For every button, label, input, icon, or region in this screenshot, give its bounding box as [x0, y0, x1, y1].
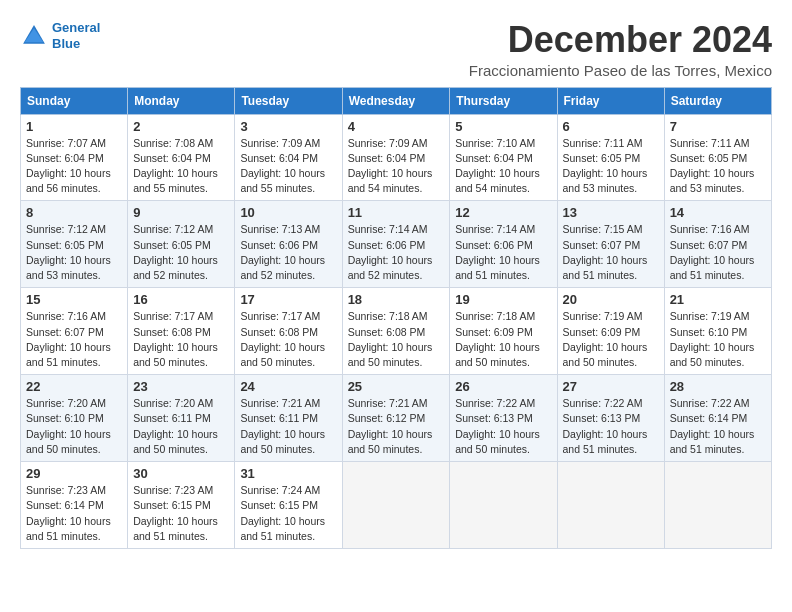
- day-number: 7: [670, 119, 766, 134]
- calendar-cell: 4Sunrise: 7:09 AMSunset: 6:04 PMDaylight…: [342, 114, 450, 201]
- day-number: 19: [455, 292, 551, 307]
- day-info: Sunrise: 7:08 AMSunset: 6:04 PMDaylight:…: [133, 136, 229, 197]
- col-saturday: Saturday: [664, 87, 771, 114]
- day-info: Sunrise: 7:22 AMSunset: 6:13 PMDaylight:…: [563, 396, 659, 457]
- day-number: 29: [26, 466, 122, 481]
- day-number: 28: [670, 379, 766, 394]
- calendar-cell: 7Sunrise: 7:11 AMSunset: 6:05 PMDaylight…: [664, 114, 771, 201]
- logo-text: General Blue: [52, 20, 100, 51]
- calendar-cell: [557, 462, 664, 549]
- calendar-cell: 13Sunrise: 7:15 AMSunset: 6:07 PMDayligh…: [557, 201, 664, 288]
- day-info: Sunrise: 7:18 AMSunset: 6:09 PMDaylight:…: [455, 309, 551, 370]
- day-info: Sunrise: 7:23 AMSunset: 6:15 PMDaylight:…: [133, 483, 229, 544]
- day-info: Sunrise: 7:22 AMSunset: 6:14 PMDaylight:…: [670, 396, 766, 457]
- day-info: Sunrise: 7:13 AMSunset: 6:06 PMDaylight:…: [240, 222, 336, 283]
- day-info: Sunrise: 7:18 AMSunset: 6:08 PMDaylight:…: [348, 309, 445, 370]
- calendar-cell: 6Sunrise: 7:11 AMSunset: 6:05 PMDaylight…: [557, 114, 664, 201]
- calendar-cell: 12Sunrise: 7:14 AMSunset: 6:06 PMDayligh…: [450, 201, 557, 288]
- day-info: Sunrise: 7:21 AMSunset: 6:11 PMDaylight:…: [240, 396, 336, 457]
- day-number: 11: [348, 205, 445, 220]
- day-number: 10: [240, 205, 336, 220]
- calendar-cell: 21Sunrise: 7:19 AMSunset: 6:10 PMDayligh…: [664, 288, 771, 375]
- calendar-cell: 9Sunrise: 7:12 AMSunset: 6:05 PMDaylight…: [128, 201, 235, 288]
- month-title: December 2024: [469, 20, 772, 60]
- calendar-cell: [664, 462, 771, 549]
- day-number: 4: [348, 119, 445, 134]
- day-info: Sunrise: 7:17 AMSunset: 6:08 PMDaylight:…: [240, 309, 336, 370]
- logo-icon: [20, 22, 48, 50]
- logo: General Blue: [20, 20, 100, 51]
- day-number: 6: [563, 119, 659, 134]
- day-info: Sunrise: 7:12 AMSunset: 6:05 PMDaylight:…: [133, 222, 229, 283]
- calendar-cell: 19Sunrise: 7:18 AMSunset: 6:09 PMDayligh…: [450, 288, 557, 375]
- calendar-cell: 29Sunrise: 7:23 AMSunset: 6:14 PMDayligh…: [21, 462, 128, 549]
- calendar-cell: 27Sunrise: 7:22 AMSunset: 6:13 PMDayligh…: [557, 375, 664, 462]
- day-info: Sunrise: 7:15 AMSunset: 6:07 PMDaylight:…: [563, 222, 659, 283]
- day-number: 24: [240, 379, 336, 394]
- day-number: 16: [133, 292, 229, 307]
- day-info: Sunrise: 7:09 AMSunset: 6:04 PMDaylight:…: [348, 136, 445, 197]
- day-number: 23: [133, 379, 229, 394]
- logo-line1: General: [52, 20, 100, 35]
- day-number: 3: [240, 119, 336, 134]
- day-number: 31: [240, 466, 336, 481]
- day-info: Sunrise: 7:20 AMSunset: 6:11 PMDaylight:…: [133, 396, 229, 457]
- calendar-cell: 17Sunrise: 7:17 AMSunset: 6:08 PMDayligh…: [235, 288, 342, 375]
- col-tuesday: Tuesday: [235, 87, 342, 114]
- day-number: 14: [670, 205, 766, 220]
- title-block: December 2024 Fraccionamiento Paseo de l…: [469, 20, 772, 79]
- calendar-cell: 22Sunrise: 7:20 AMSunset: 6:10 PMDayligh…: [21, 375, 128, 462]
- day-info: Sunrise: 7:12 AMSunset: 6:05 PMDaylight:…: [26, 222, 122, 283]
- day-info: Sunrise: 7:19 AMSunset: 6:09 PMDaylight:…: [563, 309, 659, 370]
- day-info: Sunrise: 7:11 AMSunset: 6:05 PMDaylight:…: [563, 136, 659, 197]
- day-info: Sunrise: 7:17 AMSunset: 6:08 PMDaylight:…: [133, 309, 229, 370]
- calendar-cell: 24Sunrise: 7:21 AMSunset: 6:11 PMDayligh…: [235, 375, 342, 462]
- day-info: Sunrise: 7:21 AMSunset: 6:12 PMDaylight:…: [348, 396, 445, 457]
- calendar-cell: 30Sunrise: 7:23 AMSunset: 6:15 PMDayligh…: [128, 462, 235, 549]
- day-info: Sunrise: 7:10 AMSunset: 6:04 PMDaylight:…: [455, 136, 551, 197]
- day-number: 13: [563, 205, 659, 220]
- header-row: Sunday Monday Tuesday Wednesday Thursday…: [21, 87, 772, 114]
- day-number: 12: [455, 205, 551, 220]
- calendar-cell: 14Sunrise: 7:16 AMSunset: 6:07 PMDayligh…: [664, 201, 771, 288]
- day-info: Sunrise: 7:14 AMSunset: 6:06 PMDaylight:…: [348, 222, 445, 283]
- day-info: Sunrise: 7:11 AMSunset: 6:05 PMDaylight:…: [670, 136, 766, 197]
- day-info: Sunrise: 7:07 AMSunset: 6:04 PMDaylight:…: [26, 136, 122, 197]
- calendar-cell: 28Sunrise: 7:22 AMSunset: 6:14 PMDayligh…: [664, 375, 771, 462]
- calendar-cell: 3Sunrise: 7:09 AMSunset: 6:04 PMDaylight…: [235, 114, 342, 201]
- calendar-cell: 15Sunrise: 7:16 AMSunset: 6:07 PMDayligh…: [21, 288, 128, 375]
- day-number: 30: [133, 466, 229, 481]
- day-number: 22: [26, 379, 122, 394]
- week-row-3: 15Sunrise: 7:16 AMSunset: 6:07 PMDayligh…: [21, 288, 772, 375]
- calendar-cell: 5Sunrise: 7:10 AMSunset: 6:04 PMDaylight…: [450, 114, 557, 201]
- location-title: Fraccionamiento Paseo de las Torres, Mex…: [469, 62, 772, 79]
- day-number: 5: [455, 119, 551, 134]
- calendar-cell: [450, 462, 557, 549]
- calendar-cell: 16Sunrise: 7:17 AMSunset: 6:08 PMDayligh…: [128, 288, 235, 375]
- day-number: 15: [26, 292, 122, 307]
- calendar-cell: 20Sunrise: 7:19 AMSunset: 6:09 PMDayligh…: [557, 288, 664, 375]
- day-info: Sunrise: 7:24 AMSunset: 6:15 PMDaylight:…: [240, 483, 336, 544]
- calendar-table: Sunday Monday Tuesday Wednesday Thursday…: [20, 87, 772, 549]
- calendar-cell: 26Sunrise: 7:22 AMSunset: 6:13 PMDayligh…: [450, 375, 557, 462]
- day-number: 20: [563, 292, 659, 307]
- logo-line2: Blue: [52, 36, 80, 51]
- week-row-5: 29Sunrise: 7:23 AMSunset: 6:14 PMDayligh…: [21, 462, 772, 549]
- day-info: Sunrise: 7:09 AMSunset: 6:04 PMDaylight:…: [240, 136, 336, 197]
- col-wednesday: Wednesday: [342, 87, 450, 114]
- week-row-2: 8Sunrise: 7:12 AMSunset: 6:05 PMDaylight…: [21, 201, 772, 288]
- day-number: 2: [133, 119, 229, 134]
- calendar-cell: 8Sunrise: 7:12 AMSunset: 6:05 PMDaylight…: [21, 201, 128, 288]
- col-thursday: Thursday: [450, 87, 557, 114]
- calendar-cell: 18Sunrise: 7:18 AMSunset: 6:08 PMDayligh…: [342, 288, 450, 375]
- day-number: 26: [455, 379, 551, 394]
- calendar-cell: 2Sunrise: 7:08 AMSunset: 6:04 PMDaylight…: [128, 114, 235, 201]
- day-number: 25: [348, 379, 445, 394]
- day-number: 17: [240, 292, 336, 307]
- day-number: 1: [26, 119, 122, 134]
- col-sunday: Sunday: [21, 87, 128, 114]
- day-number: 9: [133, 205, 229, 220]
- day-number: 8: [26, 205, 122, 220]
- day-number: 18: [348, 292, 445, 307]
- day-info: Sunrise: 7:19 AMSunset: 6:10 PMDaylight:…: [670, 309, 766, 370]
